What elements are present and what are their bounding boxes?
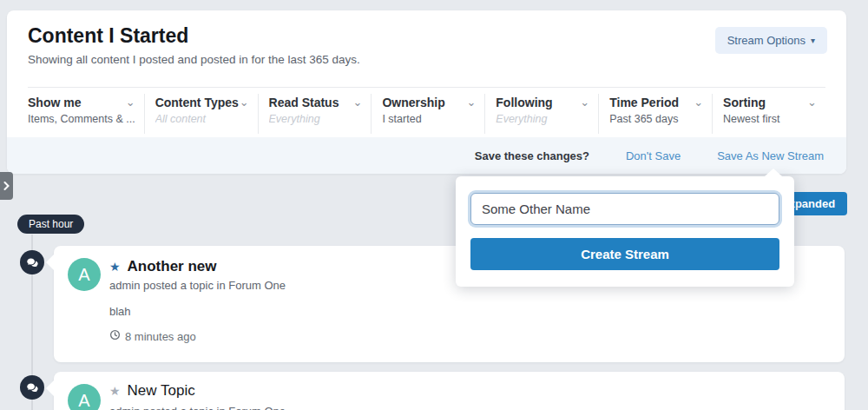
card-caret	[46, 255, 54, 270]
filter-label: Ownership	[382, 96, 444, 109]
comment-icon	[20, 250, 44, 274]
filter-label: Sorting	[723, 96, 766, 109]
filter-sorting[interactable]: Sorting ⌄ Newest first	[712, 94, 825, 134]
filter-label: Time Period	[609, 96, 679, 109]
avatar[interactable]: A	[68, 384, 101, 410]
save-as-new-stream-link[interactable]: Save As New Stream	[717, 149, 824, 162]
stream-header-card: Content I Started Showing all content I …	[7, 10, 846, 174]
card-caret	[46, 380, 54, 396]
filter-content-types[interactable]: Content Types ⌄ All content	[144, 94, 258, 134]
filter-value: Everything	[496, 113, 589, 125]
comment-icon	[20, 375, 44, 400]
filter-ownership[interactable]: Ownership ⌄ I started	[371, 94, 484, 134]
clock-icon	[109, 329, 121, 343]
filter-bar: Show me ⌄ Items, Comments & ... Content …	[28, 94, 825, 134]
filter-value: Newest first	[723, 113, 817, 125]
filter-value: All content	[155, 113, 249, 125]
avatar[interactable]: A	[68, 258, 101, 291]
item-timestamp[interactable]: 8 minutes ago	[109, 329, 196, 343]
filter-show-me[interactable]: Show me ⌄ Items, Comments & ...	[28, 94, 144, 134]
item-time-text: 8 minutes ago	[125, 330, 196, 343]
item-byline: admin posted a topic in Forum One	[109, 279, 286, 292]
filter-value: Past 365 days	[609, 113, 703, 125]
unread-star-icon: ★	[109, 260, 121, 274]
save-changes-bar: Save these changes? Don't Save Save As N…	[7, 137, 846, 174]
stream-options-button[interactable]: Stream Options ▾	[715, 27, 827, 54]
time-group-badge: Past hour	[17, 215, 84, 234]
chevron-down-icon: ⌄	[694, 98, 703, 107]
filter-following[interactable]: Following ⌄ Everything	[484, 94, 598, 134]
filter-time-period[interactable]: Time Period ⌄ Past 365 days	[598, 94, 712, 134]
read-star-icon: ★	[109, 384, 121, 398]
filter-value: I started	[382, 113, 476, 125]
item-title-link[interactable]: New Topic	[128, 382, 195, 400]
item-byline: admin posted a topic in Forum One	[109, 405, 286, 410]
save-changes-prompt: Save these changes?	[475, 149, 589, 162]
activity-item: A ★ New Topic admin posted a topic in Fo…	[54, 372, 845, 410]
filter-read-status[interactable]: Read Status ⌄ Everything	[258, 94, 372, 134]
chevron-right-icon	[3, 178, 10, 194]
filter-label: Following	[496, 96, 552, 109]
filter-label: Content Types	[155, 96, 239, 109]
chevron-down-icon: ⌄	[353, 98, 363, 107]
chevron-down-icon: ⌄	[240, 98, 249, 107]
sidebar-expand-toggle[interactable]	[0, 172, 13, 200]
create-stream-popup: Create Stream	[456, 176, 794, 287]
chevron-down-icon: ⌄	[580, 98, 589, 107]
create-stream-button[interactable]: Create Stream	[470, 238, 779, 270]
filter-label: Show me	[28, 96, 81, 109]
header-divider	[28, 87, 825, 88]
page-title: Content I Started	[28, 24, 188, 48]
item-excerpt: blah	[109, 305, 131, 318]
filter-value: Items, Comments & ...	[28, 113, 135, 125]
chevron-down-icon: ⌄	[126, 98, 135, 107]
filter-label: Read Status	[269, 96, 339, 109]
item-title-link[interactable]: Another new	[128, 258, 217, 275]
chevron-down-icon: ⌄	[807, 98, 817, 107]
stream-options-label: Stream Options	[727, 34, 806, 47]
dont-save-link[interactable]: Don't Save	[626, 149, 681, 162]
filter-value: Everything	[269, 113, 363, 125]
stream-name-input[interactable]	[470, 193, 779, 225]
popup-caret	[765, 169, 782, 176]
page-subtitle: Showing all content I posted and posted …	[28, 53, 360, 66]
caret-down-icon: ▾	[811, 36, 815, 45]
chevron-down-icon: ⌄	[466, 98, 476, 107]
